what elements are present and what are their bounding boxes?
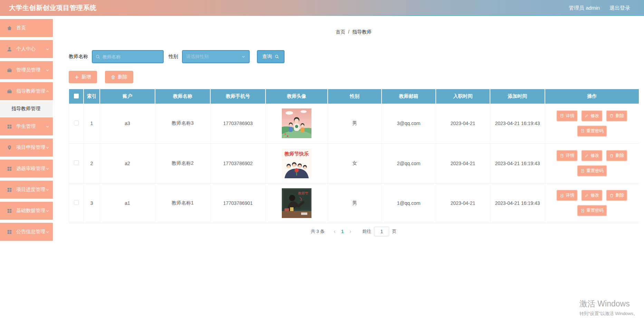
cell-join-date: 2023-04-21 [436, 183, 490, 223]
map-pin-icon [7, 145, 12, 151]
sidebar-item-announcements[interactable]: 公告信息管理 [0, 223, 53, 241]
delete-row-button[interactable]: 删除 [606, 110, 627, 122]
sidebar-subitem-teacher-management[interactable]: 指导教师管理 [0, 101, 53, 117]
watermark-line2: 转到“设置”以激活 Windows。 [579, 311, 638, 317]
column-header-avatar: 教师头像 [266, 89, 328, 104]
detail-button[interactable]: 详情 [556, 150, 578, 161]
document-icon [580, 129, 585, 133]
row-checkbox[interactable] [74, 121, 79, 125]
detail-button[interactable]: 详情 [556, 110, 578, 122]
sidebar-item-project-progress[interactable]: 项目进度管理 [0, 181, 53, 199]
main-content: 首页/指导教师 教师名称 性别 请选择性别 查询 [53, 16, 644, 332]
sidebar-item-student-management[interactable]: 学生管理 [0, 117, 53, 135]
sidebar-item-teacher-management[interactable]: 指导教师管理 [0, 82, 53, 100]
document-icon [580, 209, 585, 213]
teacher-name-input[interactable] [103, 54, 160, 59]
admin-user-menu[interactable]: 管理员 admin [569, 5, 600, 11]
goto-page-input[interactable] [374, 227, 389, 236]
cell-email: 1@qq.com [382, 183, 436, 223]
column-header-gender: 性别 [328, 89, 382, 104]
table-toolbar: 新增 删除 [69, 71, 638, 83]
sidebar: 首页 个人中心 管理员管理 指导教师管理 指导教师管理 [0, 16, 53, 332]
cell-name: 教师名称3 [155, 104, 210, 143]
row-checkbox[interactable] [74, 200, 79, 205]
pencil-icon [585, 114, 589, 118]
app-title: 大学生创新创业项目管理系统 [9, 3, 97, 12]
header-right: 管理员 admin 退出登录 [569, 5, 630, 11]
grid-icon [7, 187, 12, 193]
teacher-avatar-image[interactable] [282, 108, 311, 138]
add-button[interactable]: 新增 [69, 71, 97, 83]
sidebar-item-topic-review[interactable]: 选题审核管理 [0, 160, 53, 178]
pagination-total: 共 3 条 [311, 228, 325, 235]
teacher-avatar-image[interactable]: 教师节 [282, 188, 311, 218]
sidebar-item-project-declaration[interactable]: 项目申报管理 [0, 139, 53, 156]
edit-button[interactable]: 修改 [581, 190, 603, 201]
grid-icon [7, 229, 12, 235]
trash-icon [111, 75, 115, 79]
reset-password-button[interactable]: 重置密码 [577, 165, 607, 177]
chevron-up-icon [46, 89, 49, 93]
reset-password-button-label: 重置密码 [586, 168, 604, 174]
column-header-account: 账户 [100, 89, 155, 104]
table-row: 2 a2 教师名称2 17703786902 教师节快乐 [69, 143, 639, 183]
sidebar-item-label: 个人中心 [16, 46, 46, 52]
prev-page-button[interactable]: ‹ [330, 228, 339, 234]
gender-select[interactable]: 请选择性别 [182, 50, 250, 63]
column-header-actions: 操作 [545, 89, 639, 104]
search-icon [275, 54, 279, 59]
pagination: 共 3 条 ‹ 1 › 前往 页 [69, 226, 638, 237]
sidebar-item-label: 项目申报管理 [16, 144, 46, 151]
sidebar-item-basic-data[interactable]: 基础数据管理 [0, 202, 53, 220]
cell-phone: 17703786902 [210, 143, 266, 183]
detail-button-label: 详情 [566, 153, 574, 159]
sidebar-item-label: 首页 [16, 25, 49, 31]
select-all-checkbox[interactable] [74, 94, 79, 98]
sidebar-item-admin-management[interactable]: 管理员管理 [0, 61, 53, 79]
cell-index: 2 [84, 143, 100, 183]
row-checkbox[interactable] [74, 160, 79, 165]
breadcrumb-separator: / [348, 29, 349, 35]
column-header-index: 索引 [84, 89, 100, 104]
pencil-icon [585, 193, 589, 198]
grid-icon [7, 208, 12, 214]
chevron-down-icon [241, 55, 246, 59]
document-icon [580, 169, 585, 173]
cell-add-time: 2023-04-21 16:19:43 [490, 143, 545, 183]
gender-select-placeholder: 请选择性别 [186, 54, 209, 60]
teachers-table: 索引 账户 教师名称 教师手机号 教师头像 性别 教师邮箱 入职时间 添加时间 … [69, 89, 638, 223]
edit-button[interactable]: 修改 [581, 150, 603, 161]
grid-icon [7, 124, 12, 130]
teacher-avatar-image[interactable]: 教师节快乐 [282, 149, 311, 178]
trash-icon [609, 193, 614, 198]
table-row: 1 a3 教师名称3 17703786903 [69, 104, 639, 143]
cell-account: a1 [100, 183, 155, 223]
breadcrumb-current: 指导教师 [352, 29, 372, 35]
breadcrumb-home-link[interactable]: 首页 [336, 29, 345, 35]
edit-button-label: 修改 [590, 113, 599, 119]
cell-account: a3 [100, 104, 155, 143]
grid-icon [7, 166, 12, 172]
chevron-down-icon [46, 125, 49, 129]
logout-button[interactable]: 退出登录 [609, 5, 630, 11]
chevron-down-icon [46, 47, 49, 51]
edit-button-label: 修改 [590, 192, 599, 198]
sidebar-item-personal-center[interactable]: 个人中心 [0, 40, 53, 58]
sidebar-item-label: 学生管理 [16, 123, 46, 130]
teacher-name-field [92, 50, 164, 63]
reset-password-button[interactable]: 重置密码 [577, 125, 607, 137]
poster-text: 教师节快乐 [284, 151, 309, 156]
page-number-1[interactable]: 1 [339, 229, 346, 234]
reset-password-button[interactable]: 重置密码 [577, 205, 607, 216]
sidebar-item-label: 项目进度管理 [16, 187, 46, 193]
cell-gender: 女 [328, 143, 382, 183]
delete-row-button[interactable]: 删除 [606, 150, 627, 161]
app-window: 大学生创新创业项目管理系统 管理员 admin 退出登录 首页 个人中心 管理员… [0, 0, 644, 332]
sidebar-item-home[interactable]: 首页 [0, 19, 53, 37]
detail-button[interactable]: 详情 [556, 190, 578, 201]
delete-row-button[interactable]: 删除 [606, 190, 627, 201]
delete-button[interactable]: 删除 [105, 71, 133, 83]
query-button[interactable]: 查询 [257, 50, 285, 63]
next-page-button[interactable]: › [346, 228, 355, 234]
edit-button[interactable]: 修改 [581, 110, 603, 122]
